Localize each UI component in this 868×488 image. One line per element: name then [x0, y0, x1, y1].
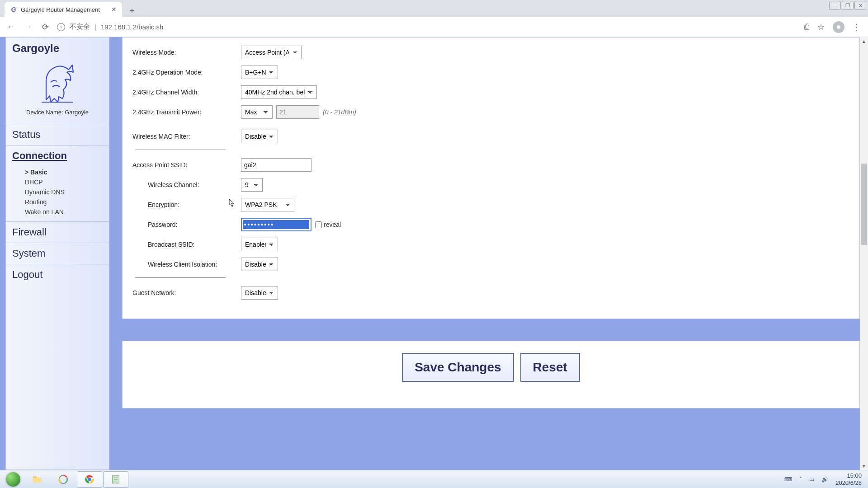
- mac-filter-select[interactable]: Disabled: [241, 130, 278, 143]
- transmit-power-hint: (0 - 21dBm): [323, 108, 356, 116]
- client-isolation-select[interactable]: Disabled: [241, 258, 278, 271]
- brand-title: Gargoyle: [12, 42, 103, 55]
- url-text: 192.168.1.2/basic.sh: [101, 23, 163, 31]
- encryption-label: Encryption:: [148, 201, 241, 208]
- tray-date: 2020/6/28: [835, 479, 862, 487]
- client-isolation-label: Wireless Client Isolation:: [148, 261, 241, 268]
- close-tab-icon[interactable]: ✕: [111, 6, 117, 13]
- tab-bar: G Gargoyle Router Management ✕ + — ❐ ✕: [0, 0, 868, 17]
- taskbar-notepad[interactable]: [103, 471, 128, 488]
- nav-connection[interactable]: Connection: [6, 145, 109, 166]
- encryption-select[interactable]: WPA2 PSK: [241, 198, 294, 211]
- scroll-down-icon[interactable]: ▼: [860, 462, 868, 470]
- url-bar[interactable]: i 不安全 | 192.168.1.2/basic.sh: [57, 23, 798, 31]
- section-divider: [135, 277, 226, 278]
- password-label: Password:: [148, 221, 241, 228]
- bookmark-icon[interactable]: ☆: [817, 22, 825, 32]
- broadcast-ssid-select[interactable]: Enabled: [241, 238, 278, 251]
- operation-mode-label: 2.4GHz Operation Mode:: [132, 69, 241, 76]
- taskbar-app-1[interactable]: [51, 471, 76, 488]
- ssid-label: Access Point SSID:: [132, 161, 241, 169]
- address-bar: ← → ⟳ i 不安全 | 192.168.1.2/basic.sh ⎙ ☆ ●…: [0, 17, 868, 37]
- wireless-settings-panel: Wireless Mode: Access Point (AP) 2.4GHz …: [122, 37, 860, 319]
- nav-connection-routing[interactable]: Routing: [25, 197, 109, 207]
- operation-mode-select[interactable]: B+G+N: [241, 66, 278, 79]
- window-minimize-button[interactable]: —: [829, 1, 841, 10]
- tab-title: Gargoyle Router Management: [21, 6, 108, 13]
- taskbar-explorer[interactable]: [24, 471, 50, 488]
- tray-ime-icon[interactable]: ⌨: [784, 476, 792, 483]
- tray-volume-icon[interactable]: 🔊: [821, 476, 828, 483]
- device-name-label: Device Name: Gargoyle: [12, 109, 103, 120]
- forward-button[interactable]: →: [23, 22, 33, 33]
- new-tab-button[interactable]: +: [126, 5, 138, 17]
- nav-connection-basic[interactable]: Basic: [25, 167, 109, 177]
- guest-network-select[interactable]: Disabled: [241, 286, 278, 300]
- system-tray: ⌨ ˄ ▭ 🔊 15:00 2020/6/28: [784, 472, 865, 486]
- nav-logout[interactable]: Logout: [6, 264, 109, 285]
- reveal-password-checkbox[interactable]: [315, 221, 322, 228]
- reload-button[interactable]: ⟳: [40, 22, 51, 33]
- transmit-power-select[interactable]: Max: [241, 105, 273, 119]
- reveal-password-label: reveal: [324, 221, 341, 228]
- window-maximize-button[interactable]: ❐: [842, 1, 854, 10]
- url-divider: |: [94, 23, 96, 31]
- password-input[interactable]: [241, 218, 311, 231]
- back-button[interactable]: ←: [5, 22, 16, 33]
- ssid-input[interactable]: [241, 158, 311, 172]
- scroll-thumb[interactable]: [861, 164, 867, 245]
- site-security-text: 不安全: [70, 23, 90, 31]
- wireless-channel-label: Wireless Channel:: [148, 181, 241, 188]
- save-changes-button[interactable]: Save Changes: [402, 353, 514, 382]
- channel-width-select[interactable]: 40MHz 2nd chan. below: [241, 85, 317, 99]
- tray-chevron-up-icon[interactable]: ˄: [799, 476, 802, 483]
- main-content: Wireless Mode: Access Point (AP) 2.4GHz …: [122, 37, 860, 470]
- nav-connection-dhcp[interactable]: DHCP: [25, 177, 109, 187]
- menu-icon[interactable]: ⋮: [853, 22, 861, 32]
- nav-connection-wol[interactable]: Wake on LAN: [25, 207, 109, 217]
- nav-connection-ddns[interactable]: Dynamic DNS: [25, 187, 109, 197]
- channel-width-label: 2.4GHz Channel Width:: [132, 89, 241, 96]
- tray-clock[interactable]: 15:00 2020/6/28: [835, 472, 862, 486]
- nav-firewall[interactable]: Firewall: [6, 222, 109, 243]
- transmit-power-label: 2.4GHz Transmit Power:: [132, 108, 241, 116]
- svg-point-2: [88, 478, 91, 481]
- reset-button[interactable]: Reset: [520, 353, 580, 382]
- section-divider: [135, 150, 226, 150]
- tray-action-center-icon[interactable]: ▭: [809, 476, 814, 483]
- taskbar: ⌨ ˄ ▭ 🔊 15:00 2020/6/28: [0, 470, 868, 488]
- site-info-icon[interactable]: i: [57, 23, 65, 31]
- sidebar: Gargoyle Device Name: Gargoyle Status Co…: [5, 37, 109, 470]
- broadcast-ssid-label: Broadcast SSID:: [148, 241, 241, 248]
- nav-status[interactable]: Status: [6, 124, 109, 145]
- scroll-up-icon[interactable]: ▲: [860, 37, 868, 45]
- wireless-mode-label: Wireless Mode:: [132, 49, 241, 56]
- profile-avatar-icon[interactable]: ●: [833, 21, 844, 33]
- mac-filter-label: Wireless MAC Filter:: [132, 133, 241, 140]
- window-close-button[interactable]: ✕: [854, 1, 866, 10]
- gargoyle-favicon: G: [10, 6, 17, 13]
- brand-logo: [12, 55, 103, 109]
- wireless-channel-select[interactable]: 9: [241, 178, 263, 192]
- page-scrollbar[interactable]: ▲ ▼: [860, 37, 868, 470]
- wireless-mode-select[interactable]: Access Point (AP): [241, 46, 302, 59]
- taskbar-chrome[interactable]: [77, 471, 102, 488]
- translate-icon[interactable]: ⎙: [804, 22, 809, 32]
- nav-system[interactable]: System: [6, 243, 109, 264]
- guest-network-label: Guest Network:: [132, 289, 241, 296]
- transmit-power-input[interactable]: [276, 105, 319, 119]
- tray-time: 15:00: [835, 472, 862, 479]
- start-button[interactable]: [3, 471, 24, 488]
- action-button-panel: Save Changes Reset: [122, 341, 860, 408]
- browser-tab[interactable]: G Gargoyle Router Management ✕: [5, 2, 122, 17]
